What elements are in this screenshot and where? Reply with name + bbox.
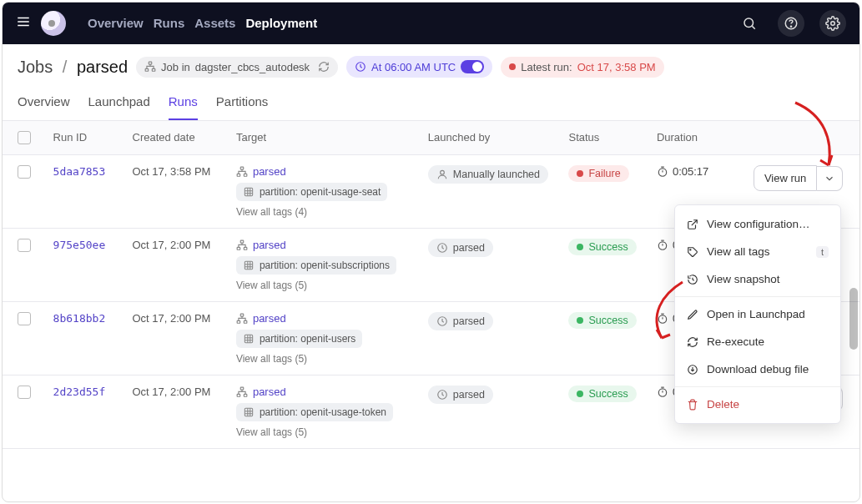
launched-by-pill[interactable]: parsed: [428, 239, 493, 257]
svg-point-7: [831, 22, 835, 26]
row-checkbox[interactable]: [18, 312, 31, 325]
view-all-tags-link[interactable]: View all tags (4): [236, 206, 411, 218]
run-actions-menu: View configuration… View all tags t View…: [674, 204, 841, 424]
svg-rect-43: [237, 394, 240, 396]
run-id-link[interactable]: 5daa7853: [53, 165, 106, 178]
nav-overview[interactable]: Overview: [83, 13, 149, 33]
menu-download-debug[interactable]: Download debug file: [675, 355, 840, 383]
tab-partitions[interactable]: Partitions: [216, 89, 269, 120]
tab-overview[interactable]: Overview: [18, 89, 70, 120]
nav-assets[interactable]: Assets: [189, 13, 240, 33]
latest-run-label: Latest run:: [521, 61, 572, 73]
row-checkbox[interactable]: [18, 386, 31, 399]
partition-tag[interactable]: partition: openit-usage-seat: [236, 183, 387, 201]
external-link-icon: [687, 219, 698, 230]
svg-rect-32: [240, 314, 244, 316]
scrollbar-thumb[interactable]: [849, 288, 858, 350]
svg-rect-24: [244, 247, 247, 249]
latest-run-value: Oct 17, 3:58 PM: [577, 61, 656, 73]
clock-icon: [355, 61, 366, 73]
partition-tag[interactable]: partition: openit-users: [236, 330, 362, 348]
status-badge: Success: [568, 239, 636, 255]
nav-deployment[interactable]: Deployment: [240, 13, 322, 33]
run-id-link[interactable]: 2d23d55f: [53, 386, 106, 398]
col-header: Duration: [648, 121, 745, 155]
select-all-checkbox[interactable]: [18, 131, 31, 144]
svg-rect-23: [237, 247, 240, 249]
timer-icon: [657, 386, 668, 398]
svg-rect-45: [244, 408, 252, 416]
download-icon: [687, 364, 698, 375]
view-all-tags-link[interactable]: View all tags (5): [236, 426, 411, 438]
target-job-link[interactable]: parsed: [236, 165, 411, 178]
launched-by-pill[interactable]: parsed: [428, 386, 493, 404]
tag-icon: [687, 246, 698, 258]
menu-view-snapshot[interactable]: View snapshot: [675, 265, 840, 293]
menu-view-configuration[interactable]: View configuration…: [675, 210, 840, 238]
schedule-pill[interactable]: At 06:00 AM UTC: [346, 56, 492, 78]
menu-open-launchpad[interactable]: Open in Launchpad: [675, 300, 840, 328]
latest-run-pill[interactable]: Latest run: Oct 17, 3:58 PM: [501, 57, 663, 78]
menu-delete[interactable]: Delete: [675, 391, 840, 418]
gear-icon[interactable]: [819, 10, 846, 37]
view-all-tags-link[interactable]: View all tags (5): [236, 353, 411, 365]
partition-tag[interactable]: partition: openit-usage-token: [236, 403, 393, 421]
app-logo[interactable]: [41, 11, 66, 36]
search-icon[interactable]: [736, 10, 763, 37]
partition-tag[interactable]: partition: openit-subscriptions: [236, 256, 396, 275]
svg-rect-13: [237, 174, 240, 176]
trash-icon: [687, 399, 698, 411]
nav-runs[interactable]: Runs: [149, 13, 190, 33]
breadcrumb: Jobs / parsed: [18, 58, 128, 77]
row-checkbox[interactable]: [18, 165, 31, 179]
job-tree-icon: [236, 239, 248, 251]
timer-icon: [657, 313, 668, 325]
timer-icon: [657, 239, 668, 251]
job-location-pill[interactable]: Job in dagster_cbcs_autodesk: [136, 57, 338, 78]
svg-rect-10: [152, 68, 155, 71]
col-header: [745, 121, 859, 155]
partition-icon: [243, 186, 255, 198]
svg-point-6: [790, 26, 791, 27]
target-job-link[interactable]: parsed: [236, 239, 411, 251]
target-job-link[interactable]: parsed: [236, 386, 411, 398]
view-run-button[interactable]: View run: [754, 165, 817, 191]
schedule-toggle[interactable]: [461, 60, 484, 73]
created-date: Oct 17, 2:00 PM: [124, 229, 228, 302]
target-job-link[interactable]: parsed: [236, 312, 411, 325]
job-location-prefix: Job in: [161, 61, 190, 73]
col-header: Target: [228, 121, 420, 155]
breadcrumb-root[interactable]: Jobs: [18, 58, 53, 76]
duration-value: 0:05:17: [657, 165, 737, 178]
job-location-name: dagster_cbcs_autodesk: [195, 61, 310, 73]
person-icon: [436, 169, 448, 180]
hamburger-icon[interactable]: [16, 14, 31, 33]
created-date: Oct 17, 2:00 PM: [124, 302, 228, 375]
svg-rect-42: [240, 387, 244, 390]
col-header: Run ID: [45, 121, 124, 155]
tab-runs[interactable]: Runs: [169, 89, 198, 120]
run-actions-caret[interactable]: [817, 166, 843, 191]
svg-rect-14: [244, 174, 247, 176]
tab-launchpad[interactable]: Launchpad: [88, 89, 150, 120]
partition-icon: [243, 406, 255, 418]
run-id-link[interactable]: 975e50ee: [53, 239, 106, 251]
menu-re-execute[interactable]: Re-execute: [675, 328, 840, 355]
launched-by-pill[interactable]: Manually launched: [428, 165, 548, 184]
view-all-tags-link[interactable]: View all tags (5): [236, 280, 411, 291]
breadcrumb-current: parsed: [77, 58, 128, 76]
launched-by-pill[interactable]: parsed: [428, 312, 493, 330]
status-dot-icon: [509, 63, 516, 70]
subheader: Jobs / parsed Job in dagster_cbcs_autode…: [3, 44, 859, 78]
svg-rect-8: [149, 62, 152, 64]
help-icon[interactable]: [778, 10, 804, 37]
job-tabs: OverviewLaunchpadRunsPartitions: [3, 78, 859, 121]
run-id-link[interactable]: 8b618bb2: [53, 312, 106, 325]
timer-icon: [657, 166, 668, 178]
row-checkbox[interactable]: [18, 239, 31, 252]
job-tree-icon: [144, 61, 156, 73]
clock-icon: [436, 389, 448, 401]
refresh-icon[interactable]: [318, 61, 330, 73]
history-icon: [687, 274, 698, 285]
menu-view-all-tags[interactable]: View all tags t: [675, 238, 840, 265]
